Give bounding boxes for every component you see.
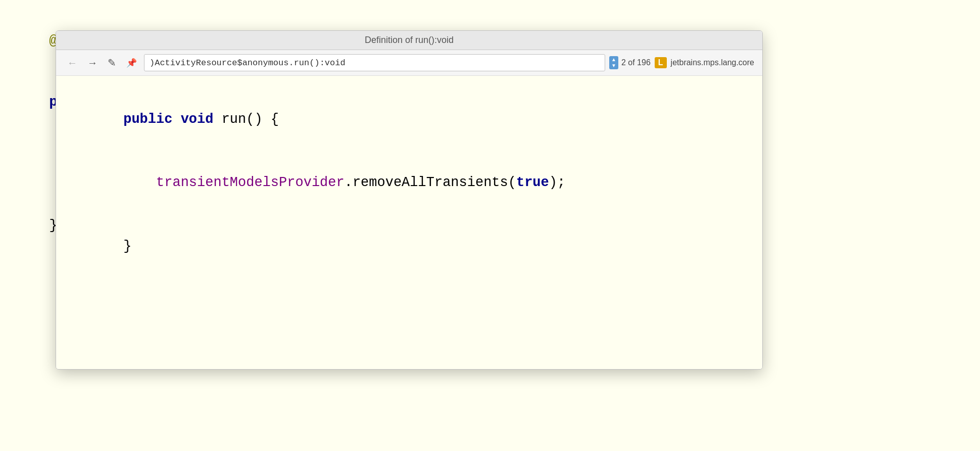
- arrow-down-icon: ▼: [610, 63, 618, 69]
- counter-arrows[interactable]: ▲ ▼: [609, 56, 618, 69]
- counter-text: 2 of 196: [621, 58, 651, 67]
- path-text: )ActivityResource$anonymous.run():void: [150, 58, 346, 68]
- edit-icon: ✎: [108, 57, 116, 69]
- indent-spaces: [123, 175, 156, 190]
- close-brace-code: }: [123, 239, 131, 254]
- edit-button[interactable]: ✎: [105, 56, 119, 70]
- code-line-2: transientModelsProvider.removeAllTransie…: [74, 152, 744, 215]
- void-kw: void: [181, 112, 222, 127]
- popup-code-area: public void run() { transientModelsProvi…: [56, 76, 762, 369]
- param-true: true: [516, 175, 549, 190]
- forward-button[interactable]: →: [84, 56, 101, 70]
- pin-button[interactable]: 📌: [123, 57, 140, 69]
- method-parens: () {: [246, 112, 279, 127]
- back-icon: ←: [67, 57, 77, 69]
- method-name: run: [222, 112, 247, 127]
- object-name: transientModelsProvider: [156, 175, 345, 190]
- arrow-up-icon: ▲: [610, 57, 618, 63]
- path-display: )ActivityResource$anonymous.run():void: [144, 54, 605, 71]
- code-line-3: }: [74, 215, 744, 279]
- back-button[interactable]: ←: [64, 56, 80, 70]
- pin-icon: 📌: [126, 58, 137, 68]
- definition-popup: Definition of run():void ← → ✎ 📌 )Activi…: [56, 30, 763, 370]
- dot-call: .removeAllTransients(: [345, 175, 516, 190]
- lang-badge: L: [655, 57, 667, 68]
- popup-title: Definition of run():void: [365, 35, 454, 45]
- forward-icon: →: [87, 57, 97, 69]
- code-line-1: public void run() {: [74, 88, 744, 152]
- result-counter: ▲ ▼ 2 of 196: [609, 56, 651, 69]
- lang-name: jetbrains.mps.lang.core: [671, 58, 754, 67]
- call-end: );: [549, 175, 565, 190]
- public-kw: public: [123, 112, 180, 127]
- popup-toolbar: ← → ✎ 📌 )ActivityResource$anonymous.run(…: [56, 50, 762, 76]
- popup-titlebar: Definition of run():void: [56, 31, 762, 50]
